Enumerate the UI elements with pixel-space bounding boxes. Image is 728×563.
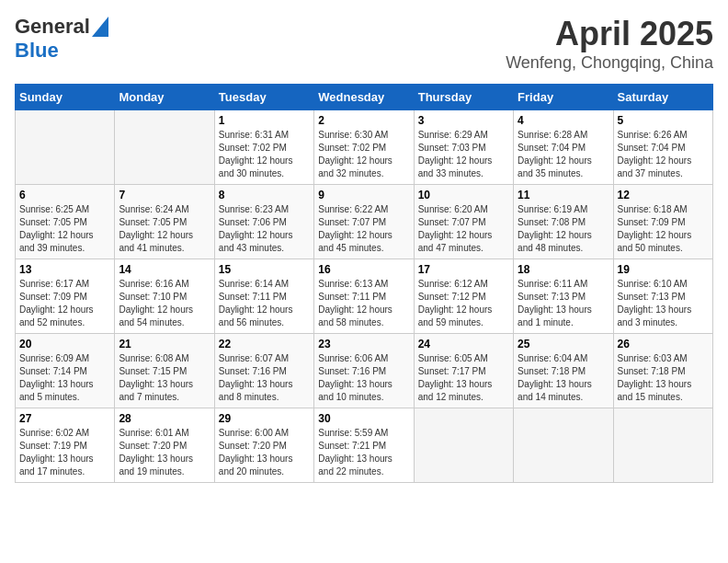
day-info: Sunrise: 6:23 AM Sunset: 7:06 PM Dayligh…	[219, 203, 310, 255]
calendar-cell	[16, 110, 115, 185]
page-subtitle: Wenfeng, Chongqing, China	[506, 53, 713, 73]
logo: General Blue	[15, 15, 108, 63]
page-header: General Blue April 2025 Wenfeng, Chongqi…	[15, 15, 713, 73]
calendar-cell: 7Sunrise: 6:24 AM Sunset: 7:05 PM Daylig…	[115, 185, 214, 259]
day-number: 9	[318, 189, 409, 201]
day-number: 4	[518, 114, 609, 127]
page-title: April 2025	[506, 15, 713, 53]
calendar-cell: 3Sunrise: 6:29 AM Sunset: 7:03 PM Daylig…	[414, 110, 513, 185]
day-info: Sunrise: 6:26 AM Sunset: 7:04 PM Dayligh…	[618, 129, 709, 180]
calendar-week-row: 20Sunrise: 6:09 AM Sunset: 7:14 PM Dayli…	[16, 334, 713, 408]
calendar-day-header: Wednesday	[314, 85, 414, 110]
day-number: 3	[418, 114, 509, 127]
day-info: Sunrise: 6:05 AM Sunset: 7:17 PM Dayligh…	[418, 352, 509, 404]
day-info: Sunrise: 6:30 AM Sunset: 7:02 PM Dayligh…	[318, 129, 409, 180]
day-number: 12	[618, 189, 709, 201]
calendar-day-header: Sunday	[16, 85, 115, 110]
day-number: 24	[418, 338, 509, 350]
day-info: Sunrise: 6:01 AM Sunset: 7:20 PM Dayligh…	[119, 427, 210, 478]
day-info: Sunrise: 6:09 AM Sunset: 7:14 PM Dayligh…	[19, 352, 110, 404]
calendar-cell: 25Sunrise: 6:04 AM Sunset: 7:18 PM Dayli…	[514, 334, 613, 408]
day-number: 29	[219, 412, 310, 425]
day-info: Sunrise: 6:04 AM Sunset: 7:18 PM Dayligh…	[518, 352, 609, 404]
calendar-cell: 12Sunrise: 6:18 AM Sunset: 7:09 PM Dayli…	[613, 185, 712, 259]
calendar-cell	[115, 110, 214, 185]
day-number: 14	[119, 263, 210, 276]
day-number: 27	[19, 412, 110, 425]
day-info: Sunrise: 6:31 AM Sunset: 7:02 PM Dayligh…	[219, 129, 310, 180]
calendar-cell: 10Sunrise: 6:20 AM Sunset: 7:07 PM Dayli…	[414, 185, 513, 259]
calendar-cell: 9Sunrise: 6:22 AM Sunset: 7:07 PM Daylig…	[314, 185, 414, 259]
day-info: Sunrise: 6:13 AM Sunset: 7:11 PM Dayligh…	[318, 278, 409, 329]
day-number: 19	[618, 263, 709, 276]
day-number: 13	[19, 263, 110, 276]
day-number: 2	[318, 114, 409, 127]
day-number: 11	[518, 189, 609, 201]
day-info: Sunrise: 6:08 AM Sunset: 7:15 PM Dayligh…	[119, 352, 210, 404]
calendar-cell: 28Sunrise: 6:01 AM Sunset: 7:20 PM Dayli…	[115, 408, 214, 483]
calendar-cell: 17Sunrise: 6:12 AM Sunset: 7:12 PM Dayli…	[414, 259, 513, 334]
day-info: Sunrise: 6:00 AM Sunset: 7:20 PM Dayligh…	[219, 427, 310, 478]
calendar-cell: 11Sunrise: 6:19 AM Sunset: 7:08 PM Dayli…	[514, 185, 613, 259]
title-section: April 2025 Wenfeng, Chongqing, China	[506, 15, 713, 73]
day-number: 10	[418, 189, 509, 201]
calendar-table: SundayMondayTuesdayWednesdayThursdayFrid…	[15, 84, 713, 483]
calendar-cell: 29Sunrise: 6:00 AM Sunset: 7:20 PM Dayli…	[214, 408, 313, 483]
day-number: 18	[518, 263, 609, 276]
calendar-day-header: Monday	[115, 85, 214, 110]
day-info: Sunrise: 5:59 AM Sunset: 7:21 PM Dayligh…	[318, 427, 409, 478]
calendar-week-row: 6Sunrise: 6:25 AM Sunset: 7:05 PM Daylig…	[16, 185, 713, 259]
day-info: Sunrise: 6:10 AM Sunset: 7:13 PM Dayligh…	[618, 278, 709, 329]
calendar-cell: 26Sunrise: 6:03 AM Sunset: 7:18 PM Dayli…	[613, 334, 712, 408]
day-number: 1	[219, 114, 310, 127]
day-info: Sunrise: 6:11 AM Sunset: 7:13 PM Dayligh…	[518, 278, 609, 329]
day-info: Sunrise: 6:12 AM Sunset: 7:12 PM Dayligh…	[418, 278, 509, 329]
day-info: Sunrise: 6:22 AM Sunset: 7:07 PM Dayligh…	[318, 203, 409, 255]
calendar-cell: 4Sunrise: 6:28 AM Sunset: 7:04 PM Daylig…	[514, 110, 613, 185]
day-number: 17	[418, 263, 509, 276]
calendar-cell	[414, 408, 513, 483]
calendar-cell: 5Sunrise: 6:26 AM Sunset: 7:04 PM Daylig…	[613, 110, 712, 185]
day-number: 30	[318, 412, 409, 425]
calendar-cell: 2Sunrise: 6:30 AM Sunset: 7:02 PM Daylig…	[314, 110, 414, 185]
calendar-week-row: 13Sunrise: 6:17 AM Sunset: 7:09 PM Dayli…	[16, 259, 713, 334]
day-info: Sunrise: 6:25 AM Sunset: 7:05 PM Dayligh…	[19, 203, 110, 255]
day-number: 25	[518, 338, 609, 350]
calendar-cell: 18Sunrise: 6:11 AM Sunset: 7:13 PM Dayli…	[514, 259, 613, 334]
calendar-cell: 24Sunrise: 6:05 AM Sunset: 7:17 PM Dayli…	[414, 334, 513, 408]
day-info: Sunrise: 6:19 AM Sunset: 7:08 PM Dayligh…	[518, 203, 609, 255]
day-info: Sunrise: 6:02 AM Sunset: 7:19 PM Dayligh…	[19, 427, 110, 478]
day-number: 22	[219, 338, 310, 350]
calendar-cell: 8Sunrise: 6:23 AM Sunset: 7:06 PM Daylig…	[214, 185, 313, 259]
logo-blue: Blue	[15, 39, 59, 62]
calendar-day-header: Tuesday	[214, 85, 313, 110]
calendar-week-row: 27Sunrise: 6:02 AM Sunset: 7:19 PM Dayli…	[16, 408, 713, 483]
day-number: 20	[19, 338, 110, 350]
calendar-cell: 19Sunrise: 6:10 AM Sunset: 7:13 PM Dayli…	[613, 259, 712, 334]
logo-triangle-icon	[92, 17, 108, 37]
calendar-week-row: 1Sunrise: 6:31 AM Sunset: 7:02 PM Daylig…	[16, 110, 713, 185]
calendar-cell: 27Sunrise: 6:02 AM Sunset: 7:19 PM Dayli…	[16, 408, 115, 483]
day-info: Sunrise: 6:29 AM Sunset: 7:03 PM Dayligh…	[418, 129, 509, 180]
calendar-cell: 15Sunrise: 6:14 AM Sunset: 7:11 PM Dayli…	[214, 259, 313, 334]
day-info: Sunrise: 6:14 AM Sunset: 7:11 PM Dayligh…	[219, 278, 310, 329]
day-info: Sunrise: 6:28 AM Sunset: 7:04 PM Dayligh…	[518, 129, 609, 180]
calendar-cell: 23Sunrise: 6:06 AM Sunset: 7:16 PM Dayli…	[314, 334, 414, 408]
day-number: 28	[119, 412, 210, 425]
calendar-header-row: SundayMondayTuesdayWednesdayThursdayFrid…	[16, 85, 713, 110]
day-info: Sunrise: 6:03 AM Sunset: 7:18 PM Dayligh…	[618, 352, 709, 404]
day-number: 21	[119, 338, 210, 350]
day-number: 8	[219, 189, 310, 201]
calendar-cell: 21Sunrise: 6:08 AM Sunset: 7:15 PM Dayli…	[115, 334, 214, 408]
day-info: Sunrise: 6:07 AM Sunset: 7:16 PM Dayligh…	[219, 352, 310, 404]
logo-general: General	[15, 15, 90, 39]
day-number: 6	[19, 189, 110, 201]
calendar-cell: 13Sunrise: 6:17 AM Sunset: 7:09 PM Dayli…	[16, 259, 115, 334]
day-number: 5	[618, 114, 709, 127]
calendar-cell: 20Sunrise: 6:09 AM Sunset: 7:14 PM Dayli…	[16, 334, 115, 408]
day-number: 7	[119, 189, 210, 201]
calendar-day-header: Saturday	[613, 85, 712, 110]
calendar-cell: 22Sunrise: 6:07 AM Sunset: 7:16 PM Dayli…	[214, 334, 313, 408]
day-info: Sunrise: 6:20 AM Sunset: 7:07 PM Dayligh…	[418, 203, 509, 255]
day-number: 16	[318, 263, 409, 276]
